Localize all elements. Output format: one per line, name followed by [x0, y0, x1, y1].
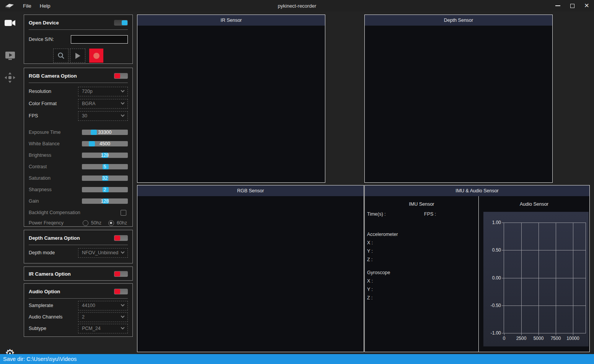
white-balance-slider[interactable]: 4500: [82, 141, 128, 146]
y-tick-label: 1.00: [492, 220, 501, 225]
app-logo-icon: [5, 3, 15, 9]
resolution-dropdown[interactable]: 720p: [78, 87, 128, 96]
menu-help[interactable]: Help: [40, 3, 51, 9]
x-tick-label: 7500: [551, 336, 561, 341]
gridline: [573, 223, 573, 333]
chevron-down-icon: [121, 325, 125, 329]
slider-value: 32: [82, 176, 128, 181]
video-player-icon: [5, 51, 15, 60]
slider-value: 4500: [82, 141, 128, 146]
search-device-button[interactable]: [53, 49, 69, 63]
chevron-down-icon: [121, 302, 125, 306]
slider-value: 128: [82, 198, 128, 204]
minimize-button[interactable]: [550, 0, 565, 11]
fps-value: 30: [82, 113, 87, 119]
left-toolbar: [0, 11, 20, 354]
y-tick: [502, 223, 504, 223]
sharpness-label: Sharpness: [29, 187, 52, 192]
toggle-knob: [114, 236, 120, 240]
toggle-knob: [114, 271, 120, 276]
accel-x-label: X :: [367, 240, 373, 245]
record-button[interactable]: [89, 49, 103, 63]
toggle-knob: [114, 289, 120, 294]
chevron-down-icon: [121, 250, 125, 253]
depth-mode-label: Depth mode: [29, 250, 55, 255]
imu-audio-viewport: IMU & Audio Sensor IMU Sensor Time(s) : …: [364, 185, 590, 352]
x-tick-label: 10000: [566, 336, 579, 341]
ir-camera-toggle[interactable]: [114, 271, 128, 277]
x-tick: [556, 333, 556, 335]
color-format-value: BGRA: [82, 101, 95, 106]
record-view-button[interactable]: [0, 18, 20, 28]
search-icon: [57, 52, 65, 59]
playback-view-button[interactable]: [0, 51, 20, 60]
y-tick-label: 0.00: [492, 275, 501, 281]
audio-sensor-panel: Audio Sensor: [478, 196, 589, 352]
rgb-camera-toggle[interactable]: [114, 73, 128, 79]
rgb-sensor-viewport: RGB Sensor: [137, 185, 364, 352]
depth-sensor-viewport: Depth Sensor: [364, 15, 553, 183]
gridline: [539, 223, 539, 333]
subtype-label: Subtype: [29, 326, 46, 331]
rgb-sensor-header: RGB Sensor: [137, 185, 364, 196]
gridline: [504, 278, 586, 278]
power-50hz-radio[interactable]: 50hz: [83, 220, 101, 226]
audio-chart-plot-area: 1.00 0.50 0.00 -0.50 -1.00 0 2500 5000 7…: [504, 223, 586, 333]
brightness-slider[interactable]: 128: [82, 153, 128, 158]
device-sn-input[interactable]: [71, 35, 128, 44]
x-tick-label: 5000: [534, 336, 544, 341]
depth-camera-toggle[interactable]: [114, 235, 128, 241]
y-tick: [502, 278, 504, 278]
subtype-value: PCM_24: [82, 326, 101, 331]
accel-z-label: Z :: [367, 257, 373, 262]
depth-mode-dropdown[interactable]: NFOV_Unbinned: [78, 248, 128, 258]
gain-slider[interactable]: 128: [82, 198, 128, 204]
fps-dropdown[interactable]: 30: [78, 111, 128, 121]
samplerate-dropdown[interactable]: 44100: [78, 301, 128, 310]
menu-file[interactable]: File: [23, 3, 31, 9]
audio-channels-value: 2: [82, 314, 85, 320]
open-device-toggle[interactable]: [114, 20, 128, 26]
audio-option-toggle[interactable]: [114, 289, 128, 294]
power-frequency-label: Power Freqency: [29, 220, 64, 226]
audio-channels-dropdown[interactable]: 2: [78, 312, 128, 322]
radio-icon: [83, 220, 88, 226]
gyro-z-label: Z :: [367, 295, 373, 301]
exposure-time-slider[interactable]: 33300: [82, 130, 128, 135]
subtype-dropdown[interactable]: PCM_24: [78, 324, 128, 333]
contrast-slider[interactable]: 5: [82, 164, 128, 169]
sharpness-slider[interactable]: 2: [82, 187, 128, 192]
saturation-label: Saturation: [29, 176, 51, 181]
x-tick-label: 0: [503, 336, 506, 341]
3d-view-button[interactable]: [0, 72, 20, 83]
slider-value: 128: [82, 153, 128, 158]
chevron-down-icon: [121, 88, 125, 92]
gyro-y-label: Y :: [367, 287, 373, 292]
ir-sensor-viewport: IR Sensor: [137, 15, 325, 183]
y-tick-label: 0.50: [492, 247, 501, 253]
divider: [29, 29, 128, 30]
chevron-down-icon: [121, 101, 125, 104]
gyro-x-label: X :: [367, 278, 373, 284]
gridline: [504, 223, 586, 223]
color-format-dropdown[interactable]: BGRA: [78, 99, 128, 109]
radio-icon: [108, 220, 114, 226]
x-tick: [539, 333, 539, 335]
resolution-value: 720p: [82, 89, 93, 94]
imu-audio-title: IMU & Audio Sensor: [455, 188, 499, 193]
move-arrows-icon: [4, 72, 16, 83]
depth-camera-title: Depth Camera Option: [29, 235, 80, 241]
open-device-section: Open Device Device S/N:: [24, 15, 133, 64]
close-button[interactable]: [579, 0, 594, 11]
rgb-sensor-title: RGB Sensor: [237, 188, 264, 193]
maximize-button[interactable]: [565, 0, 579, 11]
backlight-compensation-checkbox[interactable]: [121, 210, 126, 216]
depth-camera-section: Depth Camera Option Depth mode NFOV_Unbi…: [24, 230, 133, 263]
fps-label: FPS :: [424, 211, 436, 217]
power-60hz-label: 60hz: [117, 220, 127, 226]
play-device-button[interactable]: [70, 49, 85, 63]
power-60hz-radio[interactable]: 60hz: [108, 220, 127, 226]
backlight-compensation-label: Backlight Compensation: [29, 210, 80, 215]
saturation-slider[interactable]: 32: [82, 176, 128, 181]
audio-option-section: Audio Option Samplerate 44100 Audio Chan…: [24, 283, 133, 337]
